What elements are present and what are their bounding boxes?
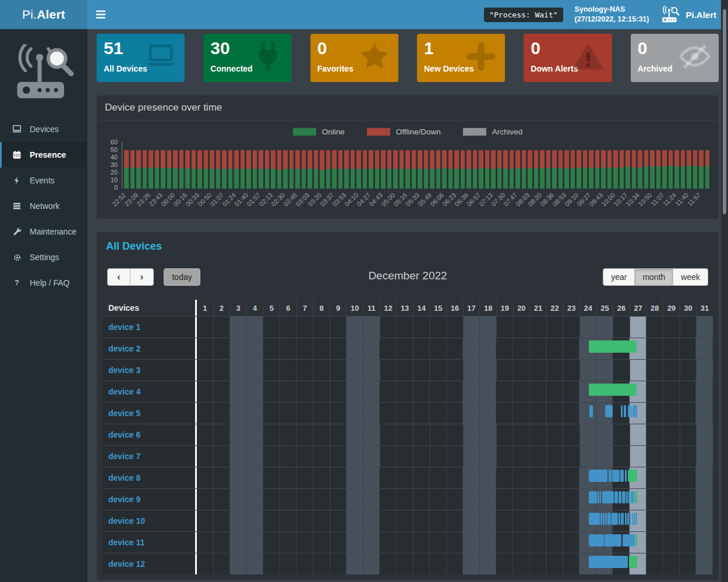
presence-bar-session[interactable] (619, 513, 620, 525)
day-header-10: 10 (347, 300, 363, 316)
day-cell-3 (230, 381, 247, 402)
presence-bar-session[interactable] (621, 513, 624, 525)
presence-bar-session[interactable] (605, 405, 613, 417)
presence-bar-session[interactable] (630, 513, 631, 525)
device-timeline (197, 381, 713, 402)
device-name-cell: device 4 (103, 381, 197, 402)
device-link-device-9[interactable]: device 9 (108, 495, 140, 504)
card-new-devices[interactable]: 1New Devices (417, 34, 505, 82)
device-row: device 2 (103, 338, 713, 359)
presence-bar-session[interactable] (628, 491, 630, 503)
presence-bar-session[interactable] (602, 491, 614, 503)
presence-bar-session[interactable] (589, 513, 600, 525)
card-favorites[interactable]: 0Favorites (310, 34, 398, 82)
card-connected[interactable]: 30Connected (203, 34, 291, 82)
sidebar-item-settings[interactable]: Settings (0, 244, 87, 270)
card-archived[interactable]: 0Archived (631, 34, 719, 82)
presence-bar-session[interactable] (598, 491, 599, 503)
device-link-device-8[interactable]: device 8 (108, 473, 140, 482)
day-cell-20 (513, 381, 530, 402)
presence-bar-session[interactable] (589, 405, 593, 417)
presence-bar-session[interactable] (612, 513, 618, 525)
calendar-view-week[interactable]: week (673, 268, 708, 286)
presence-bar-session[interactable] (589, 491, 597, 503)
card-down-alerts[interactable]: 0Down Alerts (524, 34, 612, 82)
presence-bar-session[interactable] (603, 513, 605, 525)
device-link-device-7[interactable]: device 7 (108, 452, 140, 461)
day-cell-7 (297, 360, 314, 381)
presence-bar-session[interactable] (605, 513, 607, 525)
presence-bar-online[interactable] (628, 470, 637, 482)
day-cell-7 (296, 489, 313, 510)
presence-bar-session[interactable] (636, 513, 638, 525)
device-link-device-5[interactable]: device 5 (108, 409, 140, 418)
presence-bar-online[interactable] (635, 534, 637, 546)
presence-bar-session[interactable] (607, 513, 611, 525)
presence-bar-online[interactable] (635, 491, 637, 503)
sidebar-item-network[interactable]: Network (0, 193, 87, 219)
sidebar-item-maintenance[interactable]: Maintenance (0, 219, 87, 244)
device-link-device-2[interactable]: device 2 (108, 344, 140, 353)
device-link-device-4[interactable]: device 4 (108, 387, 140, 396)
day-cell-23 (563, 489, 580, 510)
device-link-device-1[interactable]: device 1 (108, 322, 140, 332)
presence-bar-online[interactable] (589, 340, 637, 353)
router-scan-logo (0, 29, 87, 116)
presence-bar-session[interactable] (631, 405, 632, 417)
card-all-devices[interactable]: 51All Devices (97, 34, 185, 82)
presence-bar-online[interactable] (589, 384, 637, 396)
presence-bar-session[interactable] (631, 491, 632, 503)
presence-bar-online[interactable] (629, 556, 637, 568)
presence-bar-session[interactable] (632, 491, 634, 503)
sidebar-item-events[interactable]: Events (0, 168, 87, 193)
presence-bar-session[interactable] (627, 513, 629, 525)
chart-bar (253, 150, 257, 189)
app-logo-pi: Pi. (22, 8, 37, 21)
presence-bar-session[interactable] (612, 470, 620, 482)
presence-bar-session[interactable] (609, 470, 612, 482)
presence-bar-session[interactable] (589, 470, 607, 482)
calendar-view-year[interactable]: year (603, 268, 635, 286)
presence-bar-session[interactable] (620, 470, 624, 482)
app-logo[interactable]: Pi.Alert (0, 0, 87, 29)
presence-bar-session[interactable] (621, 405, 623, 417)
presence-bar-session[interactable] (589, 556, 628, 568)
day-header-25: 25 (597, 300, 614, 316)
presence-bar-session[interactable] (600, 513, 602, 525)
sidebar-item-devices[interactable]: Devices (0, 116, 87, 142)
presence-bar-session[interactable] (619, 491, 621, 503)
device-link-device-12[interactable]: device 12 (108, 559, 145, 569)
presence-bar-session[interactable] (634, 513, 635, 525)
presence-bar-session[interactable] (614, 491, 618, 503)
presence-bar-session[interactable] (625, 513, 627, 525)
device-link-device-6[interactable]: device 6 (108, 430, 140, 439)
chart-bar (669, 150, 673, 189)
legend-swatch (293, 128, 316, 136)
calendar-view-month[interactable]: month (635, 268, 673, 286)
presence-bar-session[interactable] (589, 534, 604, 546)
presence-bar-session[interactable] (624, 405, 625, 417)
presence-bar-session[interactable] (622, 491, 625, 503)
chart-bar (173, 150, 178, 189)
presence-bar-session[interactable] (625, 470, 627, 482)
presence-bar-session[interactable] (632, 513, 633, 525)
day-cell-30 (680, 360, 697, 381)
device-timeline (197, 360, 713, 381)
day-cell-16 (447, 489, 464, 510)
device-link-device-11[interactable]: device 11 (108, 538, 144, 547)
device-link-device-10[interactable]: device 10 (108, 516, 145, 526)
hamburger-menu-icon[interactable] (87, 0, 114, 29)
sidebar-item-help-faq[interactable]: ?Help / FAQ (0, 270, 87, 296)
scrollbar-thumb[interactable] (723, 9, 726, 214)
device-link-device-3[interactable]: device 3 (108, 365, 140, 375)
presence-bar-session[interactable] (605, 534, 621, 546)
presence-bar-session[interactable] (632, 405, 637, 417)
sidebar-item-presence[interactable]: Presence (0, 142, 87, 168)
day-cell-4 (247, 467, 264, 488)
calendar-view-switch: yearmonthweek (603, 268, 708, 286)
day-cell-31 (696, 467, 713, 488)
presence-bar-session[interactable] (626, 491, 628, 503)
day-cell-21 (530, 381, 547, 402)
presence-bar-session[interactable] (628, 405, 630, 417)
presence-bar-session[interactable] (623, 534, 635, 546)
